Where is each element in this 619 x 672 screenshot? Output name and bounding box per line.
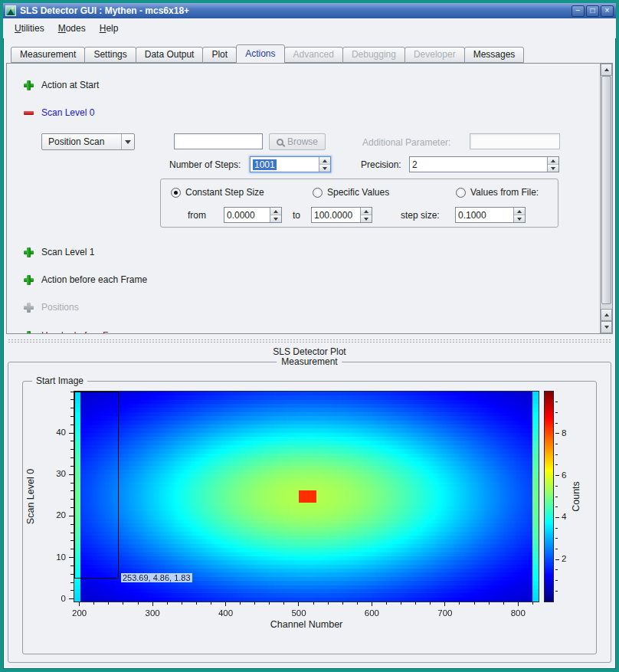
precision-value[interactable]: 2 [410, 157, 547, 172]
scroll-up-button-bottom[interactable] [601, 309, 612, 321]
menu-help[interactable]: Help [93, 21, 126, 36]
titlebar[interactable]: SLS Detector GUI : Mythen - mcs6x18+ −□× [3, 3, 616, 18]
scroll-up-button[interactable] [601, 64, 612, 76]
specific-values-label: Specific Values [327, 187, 389, 198]
tabstrip: MeasurementSettingsData OutputPlotAction… [3, 38, 616, 63]
x-tick [518, 602, 519, 606]
scroll-down-button[interactable] [601, 321, 612, 333]
y-minor-tick [70, 449, 74, 450]
maximize-button[interactable]: □ [586, 5, 599, 17]
minimize-button[interactable]: − [572, 5, 585, 17]
x-axis-title: Channel Number [74, 619, 539, 630]
spin-up-button[interactable] [514, 208, 525, 215]
to-label: to [293, 207, 300, 223]
colorbar-tick [555, 433, 559, 434]
x-tick [372, 602, 372, 606]
y-minor-tick [70, 540, 74, 541]
colorbar-tick-label: 6 [562, 470, 575, 480]
radio-icon[interactable] [456, 188, 466, 198]
combo-dropdown-arrow[interactable] [121, 134, 134, 149]
x-minor-tick [196, 602, 197, 605]
positions-label: Positions [41, 302, 79, 313]
scan-mode-combobox[interactable]: Position Scan [41, 133, 135, 150]
specific-values-radio[interactable]: Specific Values [313, 187, 389, 198]
menu-utilities[interactable]: Utilities [8, 21, 51, 36]
y-minor-tick [70, 565, 74, 566]
spin-down-button[interactable] [270, 215, 281, 222]
expand-plus-icon[interactable] [24, 80, 34, 90]
from-value[interactable]: 0.0000 [224, 208, 270, 222]
scan-level-0-label: Scan Level 0 [41, 107, 94, 118]
y-minor-tick [70, 457, 74, 458]
script-input[interactable] [174, 133, 263, 149]
tab-actions[interactable]: Actions [236, 44, 284, 64]
spin-down-button[interactable] [361, 215, 372, 222]
step-size-label: step size: [401, 207, 440, 223]
y-tick-label: 40 [38, 428, 66, 437]
to-spinbox[interactable]: 100.0000 [311, 207, 372, 223]
header-before-frame-label: Header before Frame [41, 330, 129, 334]
values-from-file-radio[interactable]: Values from File: [456, 187, 539, 198]
colorbar-minor-tick [555, 423, 558, 424]
colorbar-minor-tick [555, 569, 558, 570]
x-minor-tick [313, 602, 314, 605]
y-minor-tick [70, 399, 74, 400]
expand-plus-icon[interactable] [24, 247, 34, 257]
splitter-handle[interactable] [8, 339, 611, 344]
to-value[interactable]: 100.0000 [312, 208, 360, 222]
y-tick [69, 557, 74, 558]
y-tick-label: 10 [38, 552, 66, 562]
constant-step-radio[interactable]: Constant Step Size [171, 187, 264, 198]
y-minor-tick [70, 392, 74, 392]
tab-data-output[interactable]: Data Output [136, 47, 204, 63]
y-minor-tick [70, 499, 74, 500]
close-button[interactable]: × [601, 5, 614, 17]
x-minor-tick [211, 602, 211, 605]
colorbar-minor-tick [555, 580, 558, 581]
x-minor-tick [503, 602, 504, 605]
scrollbar-thumb[interactable] [601, 76, 611, 304]
y-tick-label: 0 [38, 594, 66, 603]
menu-modes[interactable]: Modes [51, 21, 93, 36]
expand-plus-icon[interactable] [24, 331, 34, 335]
x-tick [298, 602, 299, 606]
spin-down-button[interactable] [548, 165, 558, 172]
step-size-value[interactable]: 0.1000 [456, 208, 513, 222]
heatmap-canvas[interactable] [74, 391, 539, 602]
from-spinbox[interactable]: 0.0000 [224, 207, 282, 223]
spin-up-button[interactable] [319, 157, 330, 165]
colorbar-tick [555, 475, 559, 476]
colorbar-minor-tick [555, 538, 558, 539]
y-minor-tick [70, 441, 74, 441]
x-tick-label: 500 [283, 608, 314, 618]
measurement-group-title: Measurement [277, 356, 342, 367]
radio-icon[interactable] [313, 188, 323, 198]
spin-up-button[interactable] [548, 157, 558, 165]
x-minor-tick [532, 602, 533, 605]
number-of-steps-value[interactable]: 1001 [253, 159, 277, 170]
tab-settings[interactable]: Settings [84, 47, 136, 63]
precision-spinbox[interactable]: 2 [409, 156, 559, 172]
action-at-start-label: Action at Start [41, 80, 99, 90]
expand-plus-icon[interactable] [24, 275, 34, 285]
number-of-steps-spinbox[interactable]: 1001 [250, 156, 331, 172]
y-tick-label: 20 [38, 510, 66, 520]
colorbar-tick [555, 559, 559, 560]
spin-up-button[interactable] [270, 208, 281, 215]
scan-mode-value: Position Scan [42, 136, 121, 147]
vertical-scrollbar[interactable] [600, 64, 612, 333]
radio-selected-icon[interactable] [171, 188, 181, 198]
spin-down-button[interactable] [319, 165, 330, 172]
precision-label: Precision: [361, 156, 401, 172]
tab-measurement[interactable]: Measurement [11, 47, 85, 63]
x-minor-tick [108, 602, 109, 605]
tab-plot[interactable]: Plot [202, 47, 237, 63]
tab-messages[interactable]: Messages [464, 47, 525, 63]
spin-up-button[interactable] [361, 208, 372, 215]
y-tick [69, 474, 74, 475]
collapse-minus-icon[interactable] [24, 108, 34, 118]
actions-tab-panel: Action at Start Scan Level 0 Position Sc… [6, 63, 613, 334]
spin-down-button[interactable] [514, 215, 525, 222]
x-minor-tick [138, 602, 139, 605]
step-size-spinbox[interactable]: 0.1000 [455, 207, 526, 223]
